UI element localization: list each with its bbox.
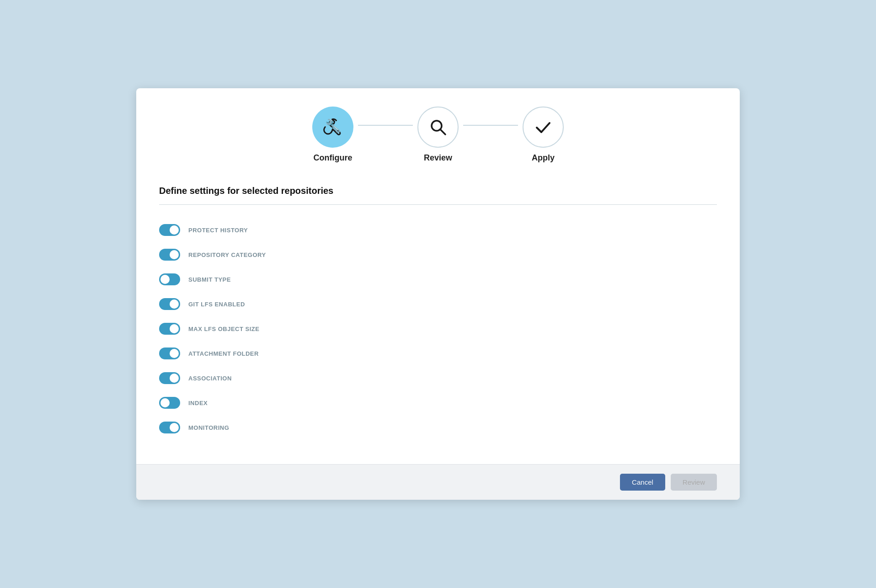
label-association: ASSOCIATION: [188, 375, 232, 382]
toggle-row-max-lfs-object-size: MAX LFS OBJECT SIZE: [159, 316, 717, 341]
review-button[interactable]: Review: [671, 474, 717, 491]
toggle-track-max-lfs-object-size[interactable]: [159, 323, 180, 335]
toggle-row-protect-history: PROTECT HISTORY: [159, 218, 717, 242]
toggle-track-git-lfs-enabled[interactable]: [159, 298, 180, 310]
section-heading: Define settings for selected repositorie…: [159, 186, 717, 196]
label-max-lfs-object-size: MAX LFS OBJECT SIZE: [188, 326, 259, 332]
cancel-button[interactable]: Cancel: [620, 474, 665, 491]
apply-label: Apply: [532, 153, 555, 163]
review-label: Review: [424, 153, 452, 163]
toggle-track-submit-type[interactable]: [159, 273, 180, 285]
toggle-list: PROTECT HISTORY REPOSITORY CATEGORY SUBM…: [159, 218, 717, 440]
label-repository-category: REPOSITORY CATEGORY: [188, 251, 266, 258]
step-divider-1: [358, 125, 413, 126]
toggle-track-monitoring[interactable]: [159, 422, 180, 433]
wizard-steps: 🔧 Configure Review: [159, 107, 717, 163]
divider: [159, 204, 717, 205]
label-attachment-folder: ATTACHMENT FOLDER: [188, 350, 259, 357]
svg-text:🔧: 🔧: [325, 118, 341, 134]
toggle-monitoring[interactable]: [159, 422, 180, 433]
toggle-row-association: ASSOCIATION: [159, 366, 717, 390]
apply-circle: [523, 107, 564, 148]
toggle-track-protect-history[interactable]: [159, 224, 180, 236]
wizard-step-review: Review: [417, 107, 459, 163]
label-git-lfs-enabled: GIT LFS ENABLED: [188, 301, 245, 308]
toggle-track-index[interactable]: [159, 397, 180, 409]
toggle-repository-category[interactable]: [159, 249, 180, 261]
label-monitoring: MONITORING: [188, 424, 229, 431]
step-divider-2: [463, 125, 518, 126]
label-index: INDEX: [188, 400, 208, 406]
toggle-max-lfs-object-size[interactable]: [159, 323, 180, 335]
dialog-footer: Cancel Review: [136, 464, 740, 500]
label-submit-type: SUBMIT TYPE: [188, 276, 231, 283]
toggle-association[interactable]: [159, 372, 180, 384]
dialog-body: 🔧 Configure Review: [136, 88, 740, 464]
toggle-row-monitoring: MONITORING: [159, 415, 717, 440]
toggle-row-git-lfs-enabled: GIT LFS ENABLED: [159, 292, 717, 316]
review-circle: [417, 107, 459, 148]
toggle-index[interactable]: [159, 397, 180, 409]
toggle-track-repository-category[interactable]: [159, 249, 180, 261]
toggle-row-repository-category: REPOSITORY CATEGORY: [159, 242, 717, 267]
toggle-row-attachment-folder: ATTACHMENT FOLDER: [159, 341, 717, 366]
configure-circle: 🔧: [312, 107, 353, 148]
toggle-row-submit-type: SUBMIT TYPE: [159, 267, 717, 292]
checkmark-icon: [533, 117, 553, 137]
toggle-git-lfs-enabled[interactable]: [159, 298, 180, 310]
toggle-attachment-folder[interactable]: [159, 347, 180, 359]
toggle-submit-type[interactable]: [159, 273, 180, 285]
toggle-protect-history[interactable]: [159, 224, 180, 236]
configure-label: Configure: [314, 153, 353, 163]
dialog: 🔧 Configure Review: [136, 88, 740, 500]
toggle-track-attachment-folder[interactable]: [159, 347, 180, 359]
svg-line-2: [440, 129, 445, 134]
wizard-step-configure: 🔧 Configure: [312, 107, 353, 163]
toggle-row-index: INDEX: [159, 390, 717, 415]
wizard-step-apply: Apply: [523, 107, 564, 163]
toggle-track-association[interactable]: [159, 372, 180, 384]
wrench-icon: 🔧: [322, 117, 343, 138]
label-protect-history: PROTECT HISTORY: [188, 227, 248, 234]
search-icon: [428, 117, 448, 137]
